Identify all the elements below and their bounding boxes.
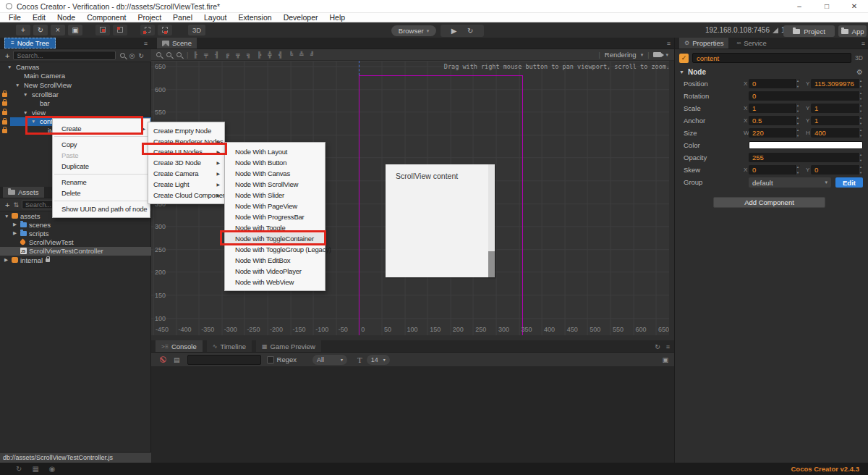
bottom-tab[interactable]: ▦ Game Preview (256, 340, 321, 352)
open-project-button[interactable]: Project (783, 25, 835, 37)
bottom-tab[interactable]: >Ξ Console (156, 340, 203, 352)
tree-row[interactable]: ▼ view (0, 108, 151, 117)
lock-icon[interactable] (2, 101, 7, 106)
add-node-button[interactable]: + (5, 51, 9, 60)
tab-assets[interactable]: Assets (3, 187, 44, 198)
collapse-arrow-icon[interactable]: ▼ (679, 70, 684, 75)
expand-arrow-icon[interactable]: ▼ (15, 83, 24, 88)
ui-nodes-submenu-item[interactable]: Node with VideoPlayer (225, 266, 325, 277)
clear-console-icon[interactable] (160, 356, 166, 363)
ui-nodes-submenu-item[interactable]: Node with ToggleContainer (225, 233, 325, 244)
menu-item[interactable]: Developer (278, 13, 324, 22)
menu-item[interactable]: Layout (198, 13, 233, 22)
context-menu-item[interactable]: Copy (53, 139, 150, 150)
rendering-dropdown[interactable]: Rendering (605, 51, 637, 59)
create-submenu-item[interactable]: Create 3D Node (148, 157, 224, 168)
menu-item[interactable]: Extension (233, 13, 278, 22)
align-tool-icon[interactable]: ╦ (236, 51, 240, 58)
align-tool-icon[interactable]: ╣ (278, 51, 283, 58)
tree-row[interactable]: ▼ scrollBar (0, 90, 151, 99)
value-field[interactable]: 115.3099976 (811, 79, 863, 88)
ui-nodes-submenu-item[interactable]: Node With ScrollView (225, 179, 325, 190)
stepper-icon[interactable] (858, 165, 863, 175)
stepper-icon[interactable] (795, 128, 800, 138)
align-tool-icon[interactable]: ╚ (289, 51, 293, 58)
menu-item[interactable]: Component (81, 13, 132, 22)
ui-nodes-submenu-item[interactable]: Node With EditBox (225, 255, 325, 266)
ui-nodes-submenu-item[interactable]: Node with Toggle (225, 222, 325, 233)
panel-menu-icon[interactable]: ≡ (667, 40, 671, 47)
locate-icon[interactable]: ◎ (129, 52, 135, 59)
sort-icon[interactable]: ⇅ (13, 201, 19, 209)
expand-arrow-icon[interactable]: ▶ (13, 222, 20, 227)
create-submenu-item[interactable]: Create Empty Node (148, 125, 224, 136)
align-tool-icon[interactable]: ╤ (204, 51, 208, 58)
regex-checkbox[interactable] (267, 356, 274, 363)
lock-icon[interactable] (2, 93, 7, 97)
log-file-icon[interactable]: ▤ (174, 356, 180, 363)
font-size-dropdown[interactable]: 14 ▾ (367, 355, 390, 365)
value-field[interactable]: 1 (811, 116, 863, 125)
tab-node-tree[interactable]: ≡ Node Tree (4, 38, 56, 49)
value-field[interactable]: 0.5 (749, 116, 800, 125)
play-button[interactable]: ▶ (451, 27, 457, 35)
align-tool-icon[interactable]: ╬ (268, 51, 272, 58)
create-submenu-item[interactable]: Create Renderer Nodes (148, 136, 224, 147)
refresh-button[interactable]: ↻ (467, 27, 473, 35)
tab-properties[interactable]: ⚙ Properties (679, 38, 728, 49)
create-submenu-item[interactable]: Create Light (148, 179, 224, 190)
refresh-icon[interactable]: ↻ (655, 343, 660, 350)
expand-arrow-icon[interactable]: ▼ (23, 110, 32, 115)
lock-icon[interactable] (2, 129, 7, 133)
expand-arrow-icon[interactable]: ▶ (4, 257, 12, 263)
value-field[interactable]: 0 (749, 91, 863, 101)
stepper-icon[interactable] (858, 128, 863, 138)
close-button[interactable]: ✕ (841, 0, 868, 12)
stepper-icon[interactable] (858, 153, 863, 162)
ui-nodes-submenu-item[interactable]: Node With ProgressBar (225, 211, 325, 222)
align-tool-icon[interactable]: ╔ (225, 51, 229, 58)
align-tool-icon[interactable]: ╟ (193, 51, 197, 58)
zoom-out-icon[interactable] (166, 52, 171, 57)
search-icon[interactable] (120, 53, 125, 58)
expand-arrow-icon[interactable]: ▼ (31, 119, 40, 124)
ui-nodes-submenu-item[interactable]: Node With Button (225, 157, 325, 168)
open-app-button[interactable]: App (838, 25, 867, 37)
viewport-hscrollbar[interactable] (151, 335, 674, 340)
refresh-icon[interactable]: ↻ (138, 52, 144, 59)
panel-menu-icon[interactable]: ≡ (861, 40, 865, 47)
tree-row[interactable]: Main Camera (0, 72, 151, 81)
expand-arrow-icon[interactable]: ▶ (13, 230, 20, 236)
value-field[interactable]: 0 (811, 165, 863, 175)
align-tool-icon[interactable]: ╠ (257, 51, 261, 58)
preview-target-dropdown[interactable]: Browser ▾ (391, 25, 436, 36)
expand-arrow-icon[interactable]: ▼ (4, 214, 12, 219)
value-field[interactable]: 1 (749, 104, 800, 113)
console-layout-icon[interactable]: ▣ (662, 356, 668, 363)
value-field[interactable]: 400 (811, 128, 863, 138)
transform-tool-button[interactable]: ▣ (68, 25, 82, 35)
align-tool-icon[interactable]: ╝ (310, 51, 315, 58)
value-field[interactable]: 255 (749, 153, 863, 162)
ui-nodes-submenu-item[interactable]: Node With Slider (225, 190, 325, 201)
asset-row[interactable]: ▶ scenes (0, 220, 151, 229)
value-field[interactable]: 0 (749, 79, 800, 88)
eye-icon[interactable]: ◉ (49, 465, 56, 473)
ui-nodes-submenu-item[interactable]: Node with WebView (225, 277, 325, 287)
context-menu-item[interactable]: Paste (53, 150, 150, 161)
ui-nodes-submenu-item[interactable]: Node With Layout (225, 146, 325, 157)
tree-row[interactable]: ▼ Canvas (0, 62, 151, 72)
tab-service[interactable]: ∞ Service (731, 38, 771, 49)
menu-item[interactable]: Panel (167, 13, 198, 22)
menu-item[interactable]: Help (324, 13, 352, 22)
asset-row[interactable]: ScrollViewTest (0, 238, 151, 247)
asset-row[interactable]: ▶ internal (0, 256, 151, 264)
align-tool-icon[interactable]: ╢ (215, 51, 219, 58)
asset-row[interactable]: ScrollViewTestController (0, 247, 151, 256)
group-dropdown[interactable]: default▾ (749, 177, 831, 188)
expand-arrow-icon[interactable]: ▼ (23, 92, 32, 97)
stepper-icon[interactable] (858, 116, 863, 125)
lock-icon[interactable] (2, 120, 7, 125)
transform-tool-button[interactable]: + (16, 25, 30, 35)
context-menu-item[interactable]: Rename (53, 177, 150, 188)
